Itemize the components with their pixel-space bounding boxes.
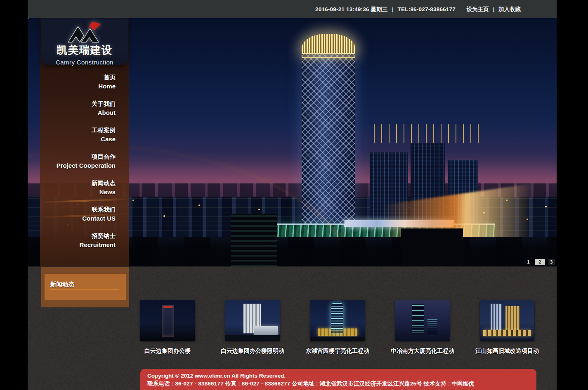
thumb-art	[427, 319, 437, 336]
project-card: 白云边集团办公楼	[122, 300, 213, 355]
logo[interactable]: 凯美瑞建设 Camry Construction	[41, 18, 128, 65]
logo-name-cn: 凯美瑞建设	[41, 43, 128, 57]
news-panel: 新闻动态	[41, 267, 129, 307]
datetime-text: 2016-09-21 13:49:36 星期三	[315, 6, 388, 12]
topbar-separator: |	[493, 6, 494, 12]
topbar-separator: |	[392, 6, 394, 12]
menu-label-en: News	[40, 188, 116, 196]
footer: Copyright © 2012 www.ekmr.cn All Rights …	[140, 369, 536, 390]
slide-3-button[interactable]: 3	[548, 259, 555, 265]
tower-ring	[302, 57, 355, 58]
project-thumbnail[interactable]	[395, 300, 450, 341]
menu-label-en: Home	[40, 82, 116, 90]
news-panel-title: 新闻动态	[50, 281, 74, 288]
project-thumbnail[interactable]	[140, 300, 195, 341]
logo-mark-icon	[66, 21, 103, 43]
menu-label-cn: 首页	[40, 73, 116, 82]
city-lights	[28, 18, 28, 19]
sidebar-item-project-cooperation[interactable]: 项目合作 Project Cooperation	[40, 152, 116, 170]
project-card: 江山如画旧城改造项目动	[462, 300, 553, 355]
main-menu: 首页 Home 关于我们 About 工程案例 Case 项目合作 Projec…	[40, 73, 129, 258]
thumb-art	[331, 302, 343, 333]
tower-spires	[370, 124, 482, 143]
slide-1-button[interactable]: 1	[525, 259, 532, 265]
tel-text: TEL:86-027-83866177	[398, 6, 456, 12]
copyright-text: Copyright © 2012 www.ekmr.cn All Rights …	[147, 372, 529, 380]
datetime-tel: 2016-09-21 13:49:36 星期三 | TEL:86-027-838…	[315, 6, 456, 13]
thumb-art	[310, 337, 365, 341]
project-thumbnail[interactable]	[310, 300, 365, 341]
menu-label-cn: 项目合作	[40, 152, 116, 161]
menu-label-cn: 招贤纳士	[40, 232, 116, 240]
project-thumbnail[interactable]	[480, 300, 534, 341]
project-thumbnail[interactable]	[225, 300, 280, 341]
sidebar-item-news[interactable]: 新闻动态 News	[40, 179, 116, 196]
menu-label-en: Contact US	[40, 214, 116, 223]
menu-label-cn: 联系我们	[40, 205, 116, 214]
page: 1 2 3 2016-09-21 13:49:36 星期三 | TEL:86-0…	[0, 0, 588, 390]
slider-pagination: 1 2 3	[525, 259, 555, 265]
menu-label-cn: 新闻动态	[40, 179, 116, 188]
sidebar-item-home[interactable]: 首页 Home	[40, 73, 116, 90]
menu-label-cn: 工程案例	[40, 126, 116, 135]
sidebar-item-case[interactable]: 工程案例 Case	[40, 126, 116, 143]
project-title[interactable]: 东湖宫园楼宇亮化工程动	[292, 347, 383, 355]
contact-text: 联系电话 : 86-027 - 83866177 传真 : 86-027 - 8…	[147, 380, 529, 388]
menu-label-en: Case	[40, 135, 116, 143]
thumb-art	[483, 330, 531, 336]
sidebar-item-about[interactable]: 关于我们 About	[40, 100, 116, 117]
menu-label-en: About	[40, 108, 116, 117]
topbar-links: 设为主页 | 加入收藏	[467, 6, 521, 13]
project-title[interactable]: 白云边集团办公楼照明动	[207, 347, 298, 355]
top-bar: 2016-09-21 13:49:36 星期三 | TEL:86-027-838…	[28, 0, 557, 18]
thumb-art	[491, 304, 502, 334]
thumb-art	[225, 335, 280, 341]
add-favorite-link[interactable]: 加入收藏	[498, 6, 521, 12]
news-title-underline	[50, 289, 119, 290]
set-homepage-link[interactable]: 设为主页	[467, 6, 489, 12]
project-title[interactable]: 江山如画旧城改造项目动	[462, 347, 553, 355]
sidebar-item-contact[interactable]: 联系我们 Contact US	[40, 205, 116, 223]
thumb-art	[254, 326, 278, 335]
project-card: 东湖宫园楼宇亮化工程动	[292, 300, 383, 355]
foreground-building	[401, 228, 463, 266]
thumb-art	[412, 304, 424, 335]
project-title[interactable]: 白云边集团办公楼	[122, 347, 213, 355]
project-card: 白云边集团办公楼照明动	[207, 300, 298, 355]
foreground-building	[231, 214, 277, 266]
project-card: 中冶南方大厦亮化工程动	[377, 300, 468, 355]
menu-label-en: Project Cooperation	[40, 161, 116, 170]
logo-name-en: Camry Construction	[41, 59, 128, 66]
main-tower	[302, 34, 355, 237]
thumb-art	[162, 305, 174, 337]
thumb-art	[163, 306, 172, 308]
news-panel-inner: 新闻动态	[45, 274, 126, 300]
menu-label-cn: 关于我们	[40, 100, 116, 108]
project-title[interactable]: 中冶南方大厦亮化工程动	[377, 347, 468, 355]
slide-2-button[interactable]: 2	[535, 259, 545, 265]
sidebar-item-recruitment[interactable]: 招贤纳士 Recruitment	[40, 232, 116, 249]
menu-label-en: Recruitment	[40, 240, 116, 249]
